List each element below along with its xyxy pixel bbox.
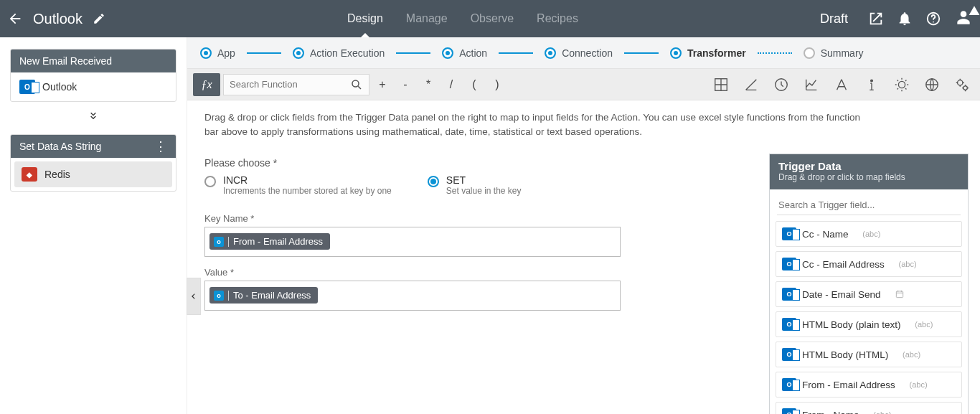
step-transformer[interactable]: Transformer <box>670 47 746 59</box>
radio-set[interactable]: SET Set value in the key <box>428 174 522 196</box>
app-title: Outlook <box>33 11 83 27</box>
tab-manage[interactable]: Manage <box>406 0 448 37</box>
svg-point-1 <box>933 22 934 23</box>
value-chip-label: To - Email Address <box>233 290 311 301</box>
chip-outlook-icon-2: o <box>214 291 224 301</box>
wizard-stepper: App Action Execution Action Connection T… <box>187 37 980 69</box>
radio-set-sub: Set value in the key <box>446 186 522 196</box>
trigger-field-item[interactable]: OCc - Email Address (abc) <box>776 251 962 277</box>
svg-point-6 <box>898 81 905 88</box>
trigger-field-item[interactable]: OHTML Body (HTML) (abc) <box>776 342 962 367</box>
outlook-icon: O <box>782 318 796 331</box>
svg-point-2 <box>352 80 359 87</box>
value-input[interactable]: o To - Email Address <box>204 281 621 311</box>
trigger-field-item[interactable]: OFrom - Name (abc) <box>776 402 962 414</box>
fx-icon[interactable]: ƒx <box>193 73 220 96</box>
svg-point-8 <box>958 80 963 85</box>
trigger-field-list[interactable]: OCc - Name (abc) OCc - Email Address (ab… <box>770 221 968 414</box>
user-menu[interactable] <box>954 8 973 29</box>
content-area: App Action Execution Action Connection T… <box>187 37 980 414</box>
tab-recipes[interactable]: Recipes <box>537 0 578 37</box>
alert-icon <box>969 5 980 17</box>
tool-bulb-icon[interactable] <box>894 77 910 93</box>
outlook-icon: O <box>782 378 796 391</box>
function-search-input[interactable] <box>230 79 350 90</box>
calendar-icon <box>895 289 905 299</box>
keyname-chip-label: From - Email Address <box>233 236 323 247</box>
trigger-field-item[interactable]: OCc - Name (abc) <box>776 221 962 247</box>
trigger-field-item[interactable]: OFrom - Email Address (abc) <box>776 372 962 397</box>
radio-set-title: SET <box>446 174 522 186</box>
workflow-sidebar: New Email Received O Outlook Set Data As… <box>0 37 187 414</box>
step-app[interactable]: App <box>200 47 235 59</box>
outlook-icon: O <box>782 288 796 301</box>
trigger-search-input[interactable] <box>777 195 961 215</box>
outlook-icon: O <box>782 348 796 361</box>
op-plus[interactable]: + <box>372 78 392 91</box>
svg-rect-10 <box>897 291 903 298</box>
trigger-app-label: Outlook <box>42 81 77 93</box>
radio-incr[interactable]: INCR Increments the number stored at key… <box>204 174 392 196</box>
collapse-sidebar-button[interactable] <box>187 278 201 315</box>
bell-icon[interactable] <box>897 11 913 27</box>
step-action-execution[interactable]: Action Execution <box>293 47 385 59</box>
function-bar: ƒx + - * / ( ) <box>187 69 980 100</box>
outlook-icon: O <box>782 227 796 240</box>
open-external-icon[interactable] <box>868 11 884 27</box>
search-icon[interactable] <box>350 78 363 91</box>
trigger-field-item[interactable]: OHTML Body (plain text) (abc) <box>776 311 962 337</box>
back-icon[interactable] <box>7 11 23 27</box>
op-rparen[interactable]: ) <box>487 78 507 91</box>
step-connection[interactable]: Connection <box>545 47 613 59</box>
tool-text-icon[interactable] <box>834 77 849 93</box>
tool-web-icon[interactable] <box>924 77 940 93</box>
step-action[interactable]: Action <box>442 47 487 59</box>
header-tabs: Design Manage Observe Recipes <box>105 0 820 37</box>
action-card-title: Set Data As String <box>19 141 101 152</box>
radio-set-circle[interactable] <box>428 176 439 187</box>
trigger-panel-title: Trigger Data <box>778 160 959 172</box>
help-icon[interactable] <box>925 11 941 27</box>
edit-icon[interactable] <box>93 12 105 25</box>
radio-incr-sub: Increments the number stored at key by o… <box>223 186 392 196</box>
outlook-icon: O <box>19 80 35 94</box>
tool-info-icon[interactable] <box>864 77 880 93</box>
trigger-data-panel: Trigger Data Drag & drop or click to map… <box>769 154 969 414</box>
chip-outlook-icon: o <box>214 237 224 247</box>
tool-table-icon[interactable] <box>713 77 729 93</box>
action-card-menu-icon[interactable]: ⋮ <box>154 141 167 151</box>
tab-design[interactable]: Design <box>347 0 383 37</box>
radio-incr-circle[interactable] <box>204 176 216 187</box>
trigger-field-item[interactable]: ODate - Email Send <box>776 281 962 307</box>
trigger-app-row[interactable]: O Outlook <box>11 72 176 101</box>
outlook-icon: O <box>782 258 796 270</box>
op-mult[interactable]: * <box>418 78 438 91</box>
action-app-label: Redis <box>44 169 70 180</box>
tool-clock-icon[interactable] <box>773 77 789 93</box>
trigger-card-title: New Email Received <box>19 55 112 67</box>
op-lparen[interactable]: ( <box>464 78 484 91</box>
outlook-icon: O <box>782 408 796 414</box>
add-step-button[interactable] <box>10 110 176 124</box>
function-search[interactable] <box>223 74 369 95</box>
chevron-left-icon <box>190 291 197 301</box>
status-draft: Draft <box>820 11 848 27</box>
svg-point-9 <box>963 85 968 90</box>
keyname-input[interactable]: o From - Email Address <box>204 227 621 257</box>
op-minus[interactable]: - <box>395 78 415 91</box>
tool-chart-icon[interactable] <box>804 77 819 93</box>
tab-observe[interactable]: Observe <box>471 0 514 37</box>
radio-incr-title: INCR <box>223 174 392 186</box>
svg-point-5 <box>871 80 873 82</box>
action-app-row[interactable]: ◆ Redis <box>14 161 172 187</box>
tool-angle-icon[interactable] <box>743 77 759 93</box>
value-chip[interactable]: o To - Email Address <box>209 287 318 304</box>
chevron-double-down-icon <box>87 110 100 122</box>
trigger-card[interactable]: New Email Received O Outlook <box>10 49 176 102</box>
tool-gears-icon[interactable] <box>954 77 970 93</box>
op-div[interactable]: / <box>441 78 461 91</box>
keyname-chip[interactable]: o From - Email Address <box>209 233 330 250</box>
help-text: Drag & drop or click fields from the Tri… <box>187 100 890 140</box>
action-card[interactable]: Set Data As String ⋮ ◆ Redis <box>10 134 176 192</box>
step-summary[interactable]: Summary <box>804 47 864 59</box>
